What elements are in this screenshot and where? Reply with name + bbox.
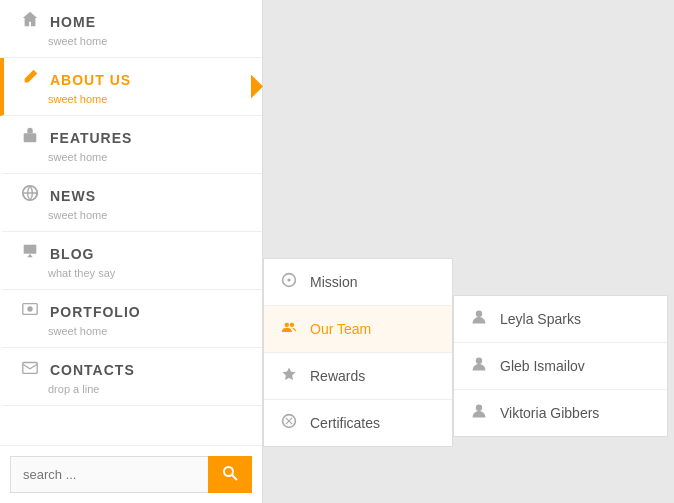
dropdown1-label-certificates: Certificates — [310, 415, 380, 431]
dropdown2-item-leyla-sparks[interactable]: Leyla Sparks — [454, 296, 667, 343]
svg-point-3 — [27, 306, 32, 311]
sidebar-item-features[interactable]: FEATURES sweet home — [0, 116, 262, 174]
gleb-ismailov-icon — [470, 356, 488, 376]
nav-item-title-features: FEATURES — [20, 126, 246, 149]
dropdown1-item-our-team[interactable]: Our Team — [264, 306, 452, 353]
nav-subtitle-blog: what they say — [48, 267, 246, 279]
nav-item-title-blog: BLOG — [20, 242, 246, 265]
search-button[interactable] — [208, 456, 252, 493]
svg-point-8 — [287, 278, 290, 281]
mission-icon — [280, 272, 298, 292]
sidebar-item-home[interactable]: HOME sweet home — [0, 0, 262, 58]
nav-item-title-portfolio: PORTFOLIO — [20, 300, 246, 323]
search-area — [0, 445, 262, 503]
dropdown1-item-certificates[interactable]: Certificates — [264, 400, 452, 446]
nav-item-title-contacts: CONTACTS — [20, 358, 246, 381]
dropdown1-label-our-team: Our Team — [310, 321, 371, 337]
nav-label-home: HOME — [50, 14, 96, 30]
dropdown1-item-mission[interactable]: Mission — [264, 259, 452, 306]
svg-point-5 — [224, 467, 233, 476]
portfolio-icon — [20, 300, 40, 323]
dropdown2-label-gleb-ismailov: Gleb Ismailov — [500, 358, 585, 374]
features-icon — [20, 126, 40, 149]
viktoria-gibbers-icon — [470, 403, 488, 423]
dropdown1-label-rewards: Rewards — [310, 368, 365, 384]
contacts-icon — [20, 358, 40, 381]
nav-label-news: NEWS — [50, 188, 96, 204]
dropdown1-label-mission: Mission — [310, 274, 357, 290]
sidebar-item-news[interactable]: NEWS sweet home — [0, 174, 262, 232]
active-chevron-about — [251, 75, 263, 99]
nav-item-title-news: NEWS — [20, 184, 246, 207]
search-input[interactable] — [10, 456, 208, 493]
dropdown1-item-rewards[interactable]: Rewards — [264, 353, 452, 400]
search-icon — [222, 465, 238, 481]
nav-subtitle-portfolio: sweet home — [48, 325, 246, 337]
nav-item-title-home: HOME — [20, 10, 246, 33]
sidebar-item-portfolio[interactable]: PORTFOLIO sweet home — [0, 290, 262, 348]
nav-label-blog: BLOG — [50, 246, 94, 262]
nav-label-about: ABOUT US — [50, 72, 131, 88]
sidebar-item-blog[interactable]: BLOG what they say — [0, 232, 262, 290]
news-icon — [20, 184, 40, 207]
dropdown2-item-gleb-ismailov[interactable]: Gleb Ismailov — [454, 343, 667, 390]
sidebar-item-contacts[interactable]: CONTACTS drop a line — [0, 348, 262, 406]
rewards-icon — [280, 366, 298, 386]
nav-label-contacts: CONTACTS — [50, 362, 135, 378]
nav-label-portfolio: PORTFOLIO — [50, 304, 141, 320]
nav-subtitle-about: sweet home — [48, 93, 246, 105]
nav-subtitle-news: sweet home — [48, 209, 246, 221]
nav-subtitle-features: sweet home — [48, 151, 246, 163]
sidebar: HOME sweet home ABOUT US sweet home FEAT… — [0, 0, 263, 503]
svg-rect-4 — [23, 363, 37, 374]
nav-label-features: FEATURES — [50, 130, 132, 146]
svg-line-6 — [232, 475, 237, 480]
dropdown2-label-viktoria-gibbers: Viktoria Gibbers — [500, 405, 599, 421]
dropdown2-label-leyla-sparks: Leyla Sparks — [500, 311, 581, 327]
blog-icon — [20, 242, 40, 265]
sidebar-item-about[interactable]: ABOUT US sweet home — [0, 58, 262, 116]
svg-point-14 — [476, 405, 482, 411]
our-team-icon — [280, 319, 298, 339]
svg-point-10 — [290, 323, 294, 327]
dropdown2: Leyla Sparks Gleb Ismailov Viktoria Gibb… — [453, 295, 668, 437]
svg-point-13 — [476, 358, 482, 364]
svg-rect-0 — [24, 133, 37, 142]
svg-point-9 — [285, 323, 289, 327]
dropdown2-item-viktoria-gibbers[interactable]: Viktoria Gibbers — [454, 390, 667, 436]
nav-item-title-about: ABOUT US — [20, 68, 246, 91]
home-icon — [20, 10, 40, 33]
nav-subtitle-contacts: drop a line — [48, 383, 246, 395]
dropdown1: Mission Our Team Rewards Certificates — [263, 258, 453, 447]
nav-subtitle-home: sweet home — [48, 35, 246, 47]
about-icon — [20, 68, 40, 91]
svg-point-12 — [476, 311, 482, 317]
leyla-sparks-icon — [470, 309, 488, 329]
certificates-icon — [280, 413, 298, 433]
